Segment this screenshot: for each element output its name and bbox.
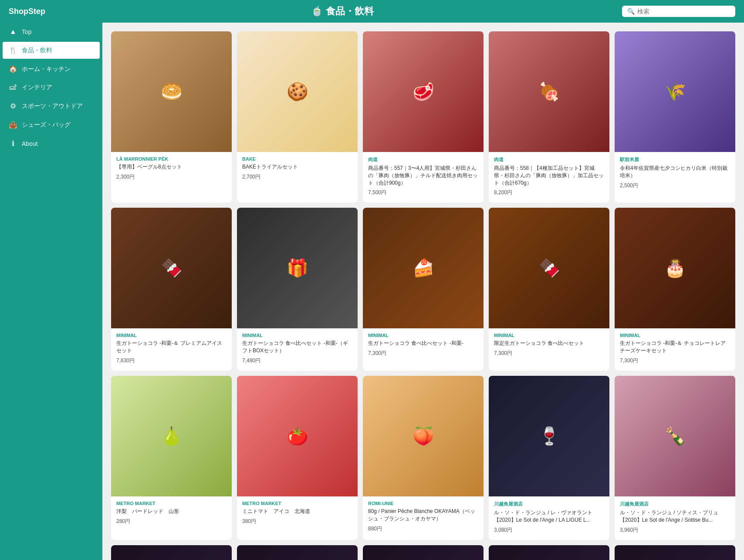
product-card[interactable]: 🍷 bbox=[237, 545, 358, 560]
product-brand: ROMI-UNIE bbox=[368, 501, 478, 506]
sidebar-item-label: インテリア bbox=[22, 84, 52, 91]
product-image-emoji: 🍷 bbox=[237, 545, 358, 560]
sidebar-item-home[interactable]: 🏠 ホーム・キッチン bbox=[0, 60, 102, 78]
product-card[interactable]: 🍷 bbox=[489, 545, 609, 560]
product-card[interactable]: 🍪 BAKE BAKEトライアルセット 2,700円 bbox=[237, 31, 358, 202]
product-card[interactable]: 🍫 MINIMAL 生ガトーショコラ -和栗-＆ プレミアムアイスセット 7,6… bbox=[111, 208, 232, 371]
product-image: 🎁 bbox=[237, 208, 358, 328]
product-name: 令和4年佐賀県産七夕コシヒカリ白米（特別栽培米） bbox=[620, 165, 730, 179]
product-image-emoji: 🍖 bbox=[489, 31, 609, 152]
product-image-emoji: 🍷 bbox=[615, 545, 735, 560]
product-name: 80g / Panier Pêche Blanche OKAYAMA（ペッシュ・… bbox=[368, 508, 478, 523]
sports-icon: ⚙ bbox=[9, 102, 17, 110]
product-image-emoji: 🍾 bbox=[615, 376, 735, 496]
product-card[interactable]: 🍫 MINIMAL 限定生ガトーショコラ 食べ比べセット 7,300円 bbox=[489, 208, 609, 371]
search-icon: 🔍 bbox=[627, 8, 635, 15]
product-card[interactable]: 🍑 ROMI-UNIE 80g / Panier Pêche Blanche O… bbox=[363, 376, 484, 540]
product-image: 🍰 bbox=[363, 208, 484, 328]
product-brand: LÀ MARRONNIER PÉK bbox=[116, 156, 227, 162]
product-card[interactable]: 🥩 肉道 商品番号：557｜3〜4人用】宮城県・杉田さんの「豚肉（放牧豚）」チル… bbox=[363, 31, 484, 202]
product-card[interactable]: 🥯 LÀ MARRONNIER PÉK 【専用】ベーグル8点セット 2,300円 bbox=[111, 31, 232, 202]
search-input[interactable] bbox=[637, 8, 730, 15]
sidebar-item-about[interactable]: ℹ About bbox=[0, 134, 102, 153]
product-price: 3,960円 bbox=[620, 526, 730, 534]
product-card[interactable]: 🎂 MINIMAL 生ガトーショコラ -和栗-＆ チョコレートレアチーズケーキセ… bbox=[615, 208, 735, 371]
product-image-emoji: 🍷 bbox=[111, 545, 232, 560]
product-brand: 肉道 bbox=[494, 156, 604, 163]
product-price: 7,300円 bbox=[368, 350, 478, 357]
product-price: 7,300円 bbox=[620, 357, 730, 364]
product-image: 🍑 bbox=[363, 376, 484, 496]
product-name: 洋梨 バードレッド 山形 bbox=[116, 508, 227, 515]
product-name: 商品番号：557｜3〜4人用】宮城県・杉田さんの「豚肉（放牧豚）」チルド配送焼き… bbox=[368, 165, 478, 186]
product-info: BAKE BAKEトライアルセット 2,700円 bbox=[237, 152, 358, 187]
product-price: 8,200円 bbox=[494, 189, 604, 196]
product-card[interactable]: 🍷 bbox=[615, 545, 735, 560]
home-icon: 🏠 bbox=[9, 65, 17, 73]
product-info: 川越角屋酒店 ル・ソ・ド・ランジュ / ソティス・ブリュ【2020】Le Sot… bbox=[615, 496, 735, 540]
product-card[interactable]: 🎁 MINIMAL 生ガトーショコラ 食べ比べセット -和栗-（ギフトBOXセッ… bbox=[237, 208, 358, 371]
product-card[interactable]: 🍖 肉道 商品番号：558｜【4種加工品セット】宮城県・杉田さんの「豚肉（放牧豚… bbox=[489, 31, 609, 202]
product-price: 2,500円 bbox=[620, 182, 730, 189]
sidebar-item-food[interactable]: 🍴 食品・飲料 bbox=[3, 42, 100, 59]
sidebar-item-interior[interactable]: 🛋 インテリア bbox=[0, 78, 102, 97]
product-info: 駅前米屋 令和4年佐賀県産七夕コシヒカリ白米（特別栽培米） 2,500円 bbox=[615, 152, 735, 196]
product-info: MINIMAL 限定生ガトーショコラ 食べ比べセット 7,300円 bbox=[489, 328, 609, 363]
product-name: 生ガトーショコラ 食べ比べセット -和栗-（ギフトBOXセット） bbox=[242, 340, 352, 354]
product-image-emoji: 🥯 bbox=[111, 31, 232, 152]
product-price: 380円 bbox=[242, 518, 352, 525]
product-image: 🍪 bbox=[237, 31, 358, 152]
product-info: 肉道 商品番号：557｜3〜4人用】宮城県・杉田さんの「豚肉（放牧豚）」チルド配… bbox=[363, 152, 484, 202]
page-title: 🍵 食品・飲料 bbox=[63, 5, 622, 18]
main-layout: ▲ Top 🍴 食品・飲料 🏠 ホーム・キッチン 🛋 インテリア ⚙ スポーツ・… bbox=[0, 23, 744, 560]
sidebar-item-label: スポーツ・アウトドア bbox=[22, 102, 83, 110]
sidebar: ▲ Top 🍴 食品・飲料 🏠 ホーム・キッチン 🛋 インテリア ⚙ スポーツ・… bbox=[0, 23, 102, 560]
product-card[interactable]: 🍷 bbox=[111, 545, 232, 560]
about-icon: ℹ bbox=[9, 139, 17, 148]
product-brand: 肉道 bbox=[368, 156, 478, 163]
product-image-emoji: 🍑 bbox=[363, 376, 484, 496]
sidebar-item-label: About bbox=[22, 140, 38, 147]
sidebar-item-shoes[interactable]: 👜 シューズ・バッグ bbox=[0, 115, 102, 134]
top-icon: ▲ bbox=[9, 28, 17, 36]
product-image-emoji: 🍅 bbox=[237, 376, 358, 496]
product-card[interactable]: 🍾 川越角屋酒店 ル・ソ・ド・ランジュ / ソティス・ブリュ【2020】Le S… bbox=[615, 376, 735, 540]
search-bar[interactable]: 🔍 bbox=[622, 6, 735, 17]
product-info: MINIMAL 生ガトーショコラ 食べ比べセット -和栗-（ギフトBOXセット）… bbox=[237, 328, 358, 371]
product-image: 🍖 bbox=[489, 31, 609, 152]
app-logo: ShopStep bbox=[9, 7, 45, 16]
product-image: 🍷 bbox=[489, 545, 609, 560]
product-brand: METRO MARKET bbox=[116, 501, 227, 506]
product-image: 🥩 bbox=[363, 31, 484, 152]
sidebar-item-sports[interactable]: ⚙ スポーツ・アウトドア bbox=[0, 97, 102, 115]
interior-icon: 🛋 bbox=[9, 84, 17, 91]
product-brand: BAKE bbox=[242, 156, 352, 162]
product-name: BAKEトライアルセット bbox=[242, 163, 352, 171]
sidebar-item-top[interactable]: ▲ Top bbox=[0, 23, 102, 41]
product-image: 🍫 bbox=[489, 208, 609, 328]
product-image: 🍷 bbox=[111, 545, 232, 560]
product-info: 肉道 商品番号：558｜【4種加工品セット】宮城県・杉田さんの「豚肉（放牧豚）」… bbox=[489, 152, 609, 202]
product-brand: 川越角屋酒店 bbox=[494, 501, 604, 507]
product-name: 生ガトーショコラ -和栗-＆ プレミアムアイスセット bbox=[116, 340, 227, 354]
product-price: 880円 bbox=[368, 525, 478, 533]
product-info: METRO MARKET 洋梨 バードレッド 山形 280円 bbox=[111, 496, 232, 531]
product-card[interactable]: 🌾 駅前米屋 令和4年佐賀県産七夕コシヒカリ白米（特別栽培米） 2,500円 bbox=[615, 31, 735, 202]
product-card[interactable]: 🍅 METRO MARKET ミニトマト アイコ 北海道 380円 bbox=[237, 376, 358, 540]
product-brand: METRO MARKET bbox=[242, 501, 352, 506]
product-brand: MINIMAL bbox=[242, 333, 352, 338]
product-name: ル・ソ・ド・ランジュ / レ・ヴァオラント【2020】Le Sot de l'A… bbox=[494, 509, 604, 524]
product-card[interactable]: 🍐 METRO MARKET 洋梨 バードレッド 山形 280円 bbox=[111, 376, 232, 540]
product-info: MINIMAL 生ガトーショコラ -和栗-＆ チョコレートレアチーズケーキセット… bbox=[615, 328, 735, 371]
product-card[interactable]: 🍷 川越角屋酒店 ル・ソ・ド・ランジュ / レ・ヴァオラント【2020】Le S… bbox=[489, 376, 609, 540]
product-name: ミニトマト アイコ 北海道 bbox=[242, 508, 352, 515]
product-image-emoji: 🍰 bbox=[363, 208, 484, 328]
product-grid: 🥯 LÀ MARRONNIER PÉK 【専用】ベーグル8点セット 2,300円… bbox=[111, 31, 735, 560]
product-card[interactable]: 🍷 bbox=[363, 545, 484, 560]
product-info: LÀ MARRONNIER PÉK 【専用】ベーグル8点セット 2,300円 bbox=[111, 152, 232, 187]
product-card[interactable]: 🍰 MINIMAL 生ガトーショコラ 食べ比べセット -和栗- 7,300円 bbox=[363, 208, 484, 371]
food-icon: 🍴 bbox=[9, 46, 17, 54]
product-name: ル・ソ・ド・ランジュ / ソティス・ブリュ【2020】Le Sot de l'A… bbox=[620, 509, 730, 524]
product-name: 生ガトーショコラ 食べ比べセット -和栗- bbox=[368, 340, 478, 347]
product-brand: MINIMAL bbox=[116, 333, 227, 338]
